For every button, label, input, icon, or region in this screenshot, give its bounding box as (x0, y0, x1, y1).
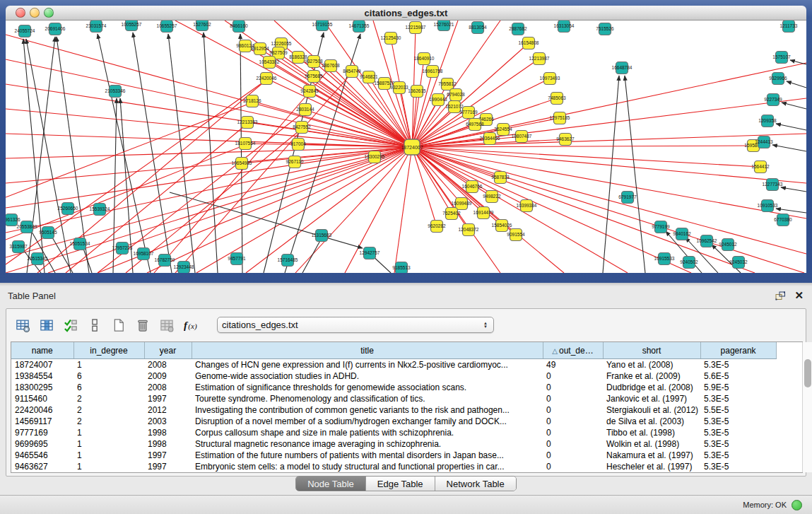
delete-table-icon[interactable] (158, 316, 176, 334)
graph-node[interactable]: 16914479 (473, 207, 494, 219)
graph-node[interactable]: 9463627 (556, 134, 575, 146)
graph-node[interactable]: 25260650 (58, 203, 78, 215)
table-settings-icon[interactable] (13, 316, 32, 334)
table-row[interactable]: 977716911998Corpus callosum shape and si… (11, 427, 802, 438)
graph-node[interactable]: 9840162 (673, 228, 691, 240)
graph-node[interactable]: 1527602 (193, 21, 211, 31)
tab-edge-table[interactable]: Edge Table (366, 477, 435, 491)
graph-node[interactable]: 12213987 (529, 53, 550, 65)
graph-node[interactable]: 16154808 (519, 37, 539, 49)
column-header-year[interactable]: year (144, 342, 192, 359)
table-row[interactable]: 946554611997Estimation of the future num… (11, 450, 802, 461)
graph-node[interactable]: 10915533 (654, 253, 675, 265)
graph-node[interactable]: 20691406 (45, 23, 66, 35)
graph-node[interactable]: 6791977 (618, 192, 637, 204)
table-row[interactable]: 1938455462009Genome-wide association stu… (11, 370, 802, 382)
tab-node-table[interactable]: Node Table (296, 477, 366, 491)
graph-node[interactable]: 10654985 (232, 158, 252, 170)
graph-node[interactable]: 16313054 (554, 21, 575, 33)
graph-node[interactable]: 15276021 (434, 21, 454, 31)
edge[interactable] (772, 145, 806, 151)
delete-column-icon[interactable] (134, 316, 152, 334)
graph-node[interactable]: 1211733 (780, 21, 798, 33)
graph-node[interactable]: 9779199 (652, 221, 670, 233)
column-header-name[interactable]: name (11, 342, 73, 359)
graph-node[interactable]: 9185513 (392, 262, 411, 274)
edge-selected[interactable] (412, 63, 806, 147)
graph-node[interactable]: 3624554 (494, 124, 512, 136)
function-builder-icon[interactable]: f(x) (182, 316, 200, 334)
graph-node[interactable]: 9327508 (305, 56, 323, 68)
table-row[interactable]: 1456911722003Disruption of a novel membe… (11, 416, 802, 427)
graph-node[interactable]: 1362615 (408, 86, 426, 98)
graph-node[interactable]: 9227349 (764, 94, 782, 106)
graph-node[interactable]: 6794028 (447, 89, 465, 101)
graph-node[interactable]: 8454749 (343, 66, 361, 78)
edge-selected[interactable] (412, 146, 753, 147)
graph-node[interactable]: 9505145 (39, 227, 57, 239)
graph-node[interactable]: 9322033 (390, 82, 408, 94)
graph-node[interactable]: 8813054 (469, 22, 487, 34)
close-panel-icon[interactable]: ✕ (794, 290, 804, 301)
edge-selected[interactable] (246, 147, 412, 273)
graph-node[interactable]: 9457791 (228, 253, 246, 265)
graph-node[interactable]: 2718126 (243, 95, 261, 107)
edge[interactable] (603, 76, 619, 273)
edge[interactable] (782, 103, 806, 109)
graph-node[interactable]: 15716485 (278, 255, 298, 267)
edge-selected[interactable] (6, 134, 412, 147)
graph-node[interactable]: 917004 (290, 139, 306, 151)
table-row[interactable]: 1830029562008Estimation of significance … (11, 382, 802, 393)
edge[interactable] (787, 81, 806, 88)
graph-node[interactable]: 12125430 (381, 33, 401, 45)
edge[interactable] (23, 39, 45, 273)
graph-node[interactable]: 10962542 (697, 235, 717, 247)
graph-node[interactable]: 7515526 (596, 23, 614, 35)
graph-node[interactable]: 9777169 (459, 107, 478, 119)
edge[interactable] (625, 76, 645, 273)
graph-node[interactable]: 22420046 (257, 73, 277, 85)
graph-node[interactable]: 9240502 (680, 257, 698, 269)
graph-node[interactable]: 24055724 (15, 25, 35, 37)
graph-node[interactable]: 18640910 (414, 53, 435, 65)
graph-node[interactable]: 16958107 (134, 248, 154, 260)
edge[interactable] (776, 124, 806, 130)
graph-node[interactable]: 12942757 (360, 247, 380, 259)
edge[interactable] (57, 37, 89, 273)
graph-node[interactable]: 9245032 (729, 257, 748, 269)
graph-node[interactable]: 15854026 (492, 220, 512, 232)
column-settings-icon[interactable] (37, 316, 56, 334)
network-canvas[interactable]: 9860124 8912954 12226055 9827509 1054338… (6, 21, 806, 273)
graph-node[interactable]: 21053346 (105, 86, 126, 98)
edge[interactable] (781, 187, 806, 192)
graph-node[interactable]: 2803144 (296, 104, 314, 116)
edge[interactable] (98, 34, 151, 273)
edge-selected[interactable] (394, 147, 412, 273)
select-columns-icon[interactable] (61, 316, 80, 334)
graph-node[interactable]: 10055257 (122, 21, 142, 31)
edge-selected[interactable] (412, 147, 628, 273)
edge[interactable] (776, 209, 806, 213)
edge[interactable] (302, 237, 322, 273)
row-height-icon[interactable] (86, 316, 104, 334)
new-column-icon[interactable] (110, 316, 128, 334)
column-header-pagerank[interactable]: pagerank (700, 342, 776, 359)
table-row[interactable]: 1872400712008Changes of HCN gene express… (11, 359, 802, 371)
edge-selected[interactable] (175, 73, 352, 273)
graph-node[interactable]: 17957223 (112, 243, 133, 255)
table-row[interactable]: 2242004622012Investigating the contribut… (11, 404, 802, 416)
network-graph[interactable]: 9860124 8912954 12226055 9827509 1054338… (6, 21, 806, 273)
table-selector-dropdown[interactable]: citations_edges.txt ▲▼ (217, 317, 494, 333)
graph-node[interactable]: 1564412 (751, 161, 770, 173)
graph-node[interactable]: 2887682 (509, 23, 527, 35)
column-header-out_de[interactable]: △out_de… (543, 342, 603, 359)
table-row[interactable]: 969969511998Structural magnetic resonanc… (11, 438, 802, 450)
graph-node[interactable]: 1244413 (755, 136, 773, 148)
graph-node[interactable]: 9329966 (769, 73, 787, 85)
edge-selected[interactable] (66, 124, 247, 273)
table-scrollbar[interactable] (802, 342, 812, 472)
graph-node[interactable]: 11315683 (312, 230, 332, 242)
scrollbar-thumb[interactable] (804, 359, 811, 387)
graph-node[interactable]: 14671355 (349, 21, 370, 33)
graph-node[interactable]: 16648784 (612, 62, 632, 74)
